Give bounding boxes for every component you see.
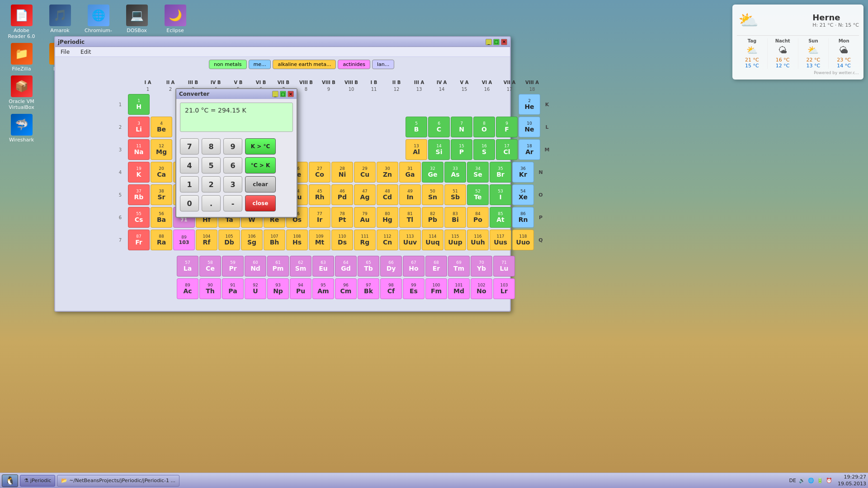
element-Ca[interactable]: 20Ca xyxy=(151,162,172,183)
element-Am[interactable]: 95Am xyxy=(312,278,334,299)
desktop-icon-chromium[interactable]: 🌐 Chromium- xyxy=(81,5,115,39)
element-Ra[interactable]: 88Ra xyxy=(151,230,172,250)
element-Se[interactable]: 34Se xyxy=(467,162,489,183)
btn-3[interactable]: 3 xyxy=(223,176,242,192)
converter-minimize[interactable]: _ xyxy=(272,91,278,97)
element-Pt[interactable]: 78Pt xyxy=(331,207,353,228)
element-Md[interactable]: 101Md xyxy=(448,278,470,299)
element-Yb[interactable]: 70Yb xyxy=(471,256,492,277)
element-Bk[interactable]: 97Bk xyxy=(358,278,379,299)
element-At[interactable]: 85At xyxy=(490,207,511,228)
element-Ba[interactable]: 56Ba xyxy=(151,207,172,228)
element-Rn[interactable]: 86Rn xyxy=(512,207,534,228)
element-Sm[interactable]: 62Sm xyxy=(290,256,311,277)
desktop-icon-filezilla[interactable]: 📁 FileZilla xyxy=(5,43,38,72)
taskbar-item-jperiodic[interactable]: ⚗️ jPeriodic xyxy=(20,475,55,487)
element-Gd[interactable]: 64Gd xyxy=(335,256,357,277)
close-button[interactable]: ✕ xyxy=(501,39,507,45)
btn-1[interactable]: 1 xyxy=(180,176,199,192)
element-Br[interactable]: 35Br xyxy=(490,162,511,183)
element-Kr[interactable]: 36Kr xyxy=(512,162,534,183)
element-Au[interactable]: 79Au xyxy=(354,207,376,228)
taskbar-item-netbeans[interactable]: 📂 ~/NetBeansProjects/jPeriodic/jPeriodic… xyxy=(57,475,179,487)
element-Bh[interactable]: 107Bh xyxy=(264,230,285,250)
sys-icon-network[interactable]: 🌐 xyxy=(808,478,814,483)
element-Uuh[interactable]: 116Uuh xyxy=(467,230,489,250)
element-La[interactable]: 57La xyxy=(177,256,198,277)
element-Sr[interactable]: 38Sr xyxy=(151,184,172,205)
element-Na[interactable]: 11Na xyxy=(128,139,150,160)
element-Pu[interactable]: 94Pu xyxy=(290,278,311,299)
desktop-icon-oracle[interactable]: 📦 Oracle VMVirtualBox xyxy=(5,75,38,110)
element-Sn[interactable]: 50Sn xyxy=(422,184,443,205)
element-B[interactable]: 5B xyxy=(406,117,427,137)
element-Po[interactable]: 84Po xyxy=(467,207,489,228)
btn-9[interactable]: 9 xyxy=(223,138,242,155)
element-O[interactable]: 8O xyxy=(473,117,495,137)
btn-4[interactable]: 4 xyxy=(180,157,199,174)
element-Pm[interactable]: 61Pm xyxy=(267,256,289,277)
element-Ac89-103[interactable]: 89103 xyxy=(173,230,195,250)
element-Rf[interactable]: 104Rf xyxy=(196,230,217,250)
btn-6[interactable]: 6 xyxy=(223,157,242,174)
element-Ir[interactable]: 77Ir xyxy=(309,207,330,228)
element-Cu[interactable]: 29Cu xyxy=(354,162,376,183)
element-Rh[interactable]: 45Rh xyxy=(309,184,330,205)
btn-2[interactable]: 2 xyxy=(202,176,221,192)
element-Fm[interactable]: 100Fm xyxy=(425,278,447,299)
btn-5[interactable]: 5 xyxy=(202,157,221,174)
element-N[interactable]: 7N xyxy=(451,117,472,137)
element-Mg[interactable]: 12Mg xyxy=(151,139,172,160)
element-Th[interactable]: 90Th xyxy=(199,278,221,299)
element-I[interactable]: 53I xyxy=(490,184,511,205)
element-Hg[interactable]: 80Hg xyxy=(377,207,398,228)
element-Pd[interactable]: 46Pd xyxy=(331,184,353,205)
desktop-icon-dosbox[interactable]: 💻 DOSBox xyxy=(120,5,154,39)
element-Lr[interactable]: 103Lr xyxy=(493,278,515,299)
desktop-icon-eclipse[interactable]: 🌙 Eclipse xyxy=(158,5,192,39)
btn-dot[interactable]: . xyxy=(202,195,221,211)
element-Ag[interactable]: 47Ag xyxy=(354,184,376,205)
element-Cd[interactable]: 48Cd xyxy=(377,184,398,205)
element-Tb[interactable]: 65Tb xyxy=(358,256,379,277)
btn-clear[interactable]: clear xyxy=(245,176,276,192)
element-Co[interactable]: 27Co xyxy=(309,162,330,183)
element-Ge[interactable]: 32Ge xyxy=(422,162,443,183)
desktop-icon-adobe[interactable]: 📄 AdobeReader 6.0 xyxy=(5,5,38,39)
tab-alkearth[interactable]: alkaline earth meta... xyxy=(273,60,336,69)
element-K[interactable]: 19K xyxy=(128,162,150,183)
element-Uup[interactable]: 115Uup xyxy=(444,230,466,250)
element-Cn[interactable]: 112Cn xyxy=(377,230,398,250)
element-P[interactable]: 15P xyxy=(451,139,472,160)
element-Ga[interactable]: 31Ga xyxy=(399,162,421,183)
element-Cs[interactable]: 55Cs xyxy=(128,207,150,228)
element-Cm[interactable]: 96Cm xyxy=(335,278,357,299)
element-Rg[interactable]: 111Rg xyxy=(354,230,376,250)
element-Xe[interactable]: 54Xe xyxy=(512,184,534,205)
element-Te[interactable]: 52Te xyxy=(467,184,489,205)
element-Sb[interactable]: 51Sb xyxy=(444,184,466,205)
tab-metals[interactable]: me... xyxy=(249,60,271,69)
tab-actinides[interactable]: actinides xyxy=(338,60,370,69)
element-Be[interactable]: 4Be xyxy=(151,117,172,137)
start-button[interactable]: 🐧 xyxy=(2,474,18,487)
element-Uuo[interactable]: 118Uuo xyxy=(512,230,534,250)
btn-8[interactable]: 8 xyxy=(202,138,221,155)
element-U[interactable]: 92U xyxy=(245,278,266,299)
element-Ds[interactable]: 110Ds xyxy=(331,230,353,250)
element-Ne[interactable]: 10Ne xyxy=(519,117,540,137)
tab-nonmetals[interactable]: non metals xyxy=(209,60,247,69)
element-S[interactable]: 16S xyxy=(473,139,495,160)
btn-7[interactable]: 7 xyxy=(180,138,199,155)
element-In[interactable]: 49In xyxy=(399,184,421,205)
btn-close[interactable]: close xyxy=(245,195,276,211)
element-Pa[interactable]: 91Pa xyxy=(222,278,244,299)
element-Eu[interactable]: 63Eu xyxy=(312,256,334,277)
desktop-icon-wireshark[interactable]: 🦈 Wireshark xyxy=(5,114,38,143)
element-Hs[interactable]: 108Hs xyxy=(286,230,308,250)
element-Tl[interactable]: 81Tl xyxy=(399,207,421,228)
converter-titlebar[interactable]: Converter _ □ ✕ xyxy=(176,89,297,99)
sys-icon-audio[interactable]: 🔊 xyxy=(799,478,805,483)
element-As[interactable]: 33As xyxy=(444,162,466,183)
element-Ce[interactable]: 58Ce xyxy=(199,256,221,277)
